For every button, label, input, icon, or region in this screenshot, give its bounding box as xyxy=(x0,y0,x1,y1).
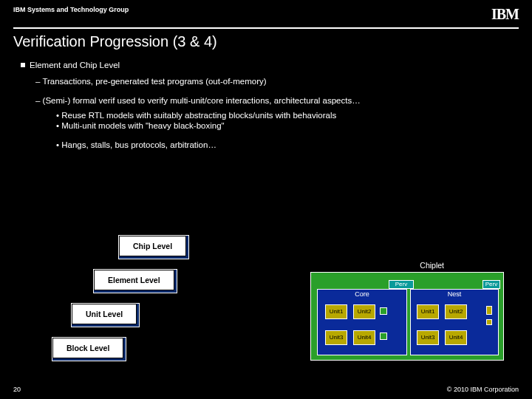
core-small-1 xyxy=(380,307,387,315)
box-block-level: Block Level xyxy=(52,337,126,361)
nest-unit2: Unit2 xyxy=(445,304,467,319)
box-element-level: Element Level xyxy=(93,269,177,293)
core-unit2: Unit2 xyxy=(353,304,375,319)
box-chip-level: Chip Level xyxy=(118,235,189,259)
core-box: Core Unit1 Unit2 Unit3 Unit4 xyxy=(317,289,407,355)
bullet-l3b-text: Multi-unit models with "heavy black-boxi… xyxy=(61,121,224,130)
box-element-level-label: Element Level xyxy=(94,270,174,290)
chiplet-diagram: Chiplet Perv Perv Core Unit1 Unit2 Unit3… xyxy=(310,272,504,361)
nest-small-1 xyxy=(486,306,492,315)
core-small-2 xyxy=(380,332,387,340)
bullet-l3a: Reuse RTL models with suitably abstracti… xyxy=(56,111,511,120)
content-area: Element and Chip Level Transactions, pre… xyxy=(0,61,532,149)
bullet-l3c-text: Hangs, stalls, bus protocols, arbitratio… xyxy=(61,140,216,149)
nest-unit4: Unit4 xyxy=(445,330,467,345)
nest-box: Nest Unit1 Unit2 Unit3 Unit4 xyxy=(410,289,499,355)
bullet-l2a: Transactions, pre-generated test program… xyxy=(35,77,511,86)
page-number: 20 xyxy=(13,386,21,393)
nest-unit1: Unit1 xyxy=(417,304,439,319)
core-unit3: Unit3 xyxy=(325,330,347,345)
header-group: IBM Systems and Technology Group xyxy=(13,6,129,13)
bullet-l1: Element and Chip Level xyxy=(21,61,511,69)
core-unit4: Unit4 xyxy=(353,330,375,345)
box-block-level-label: Block Level xyxy=(52,338,123,358)
ibm-logo: IBM xyxy=(491,6,519,23)
box-unit-level-label: Unit Level xyxy=(72,304,137,324)
nest-unit3: Unit3 xyxy=(417,330,439,345)
bullet-l2b-text: (Semi-) formal verif used to verify mult… xyxy=(43,96,361,105)
core-unit1: Unit1 xyxy=(325,304,347,319)
nest-small-2 xyxy=(486,319,492,325)
copyright: © 2010 IBM Corporation xyxy=(447,386,519,393)
bullet-l1-text: Element and Chip Level xyxy=(30,61,120,69)
perv-box-2: Perv xyxy=(482,280,500,289)
box-chip-level-label: Chip Level xyxy=(119,236,186,256)
bullet-l2a-text: Transactions, pre-generated test program… xyxy=(42,77,266,86)
chiplet-label: Chiplet xyxy=(420,261,444,270)
box-unit-level: Unit Level xyxy=(71,303,140,327)
bullet-l2b: (Semi-) formal verif used to verify mult… xyxy=(35,96,511,105)
bullet-l3a-text: Reuse RTL models with suitably abstracti… xyxy=(61,111,336,120)
core-label: Core xyxy=(318,290,406,299)
bullet-l3b: Multi-unit models with "heavy black-boxi… xyxy=(56,121,511,130)
perv-box-1: Perv xyxy=(389,280,414,289)
header-rule xyxy=(13,27,519,29)
bullet-l3c: Hangs, stalls, bus protocols, arbitratio… xyxy=(56,140,511,149)
nest-label: Nest xyxy=(411,290,498,299)
slide-title: Verification Progression (3 & 4) xyxy=(0,33,532,61)
